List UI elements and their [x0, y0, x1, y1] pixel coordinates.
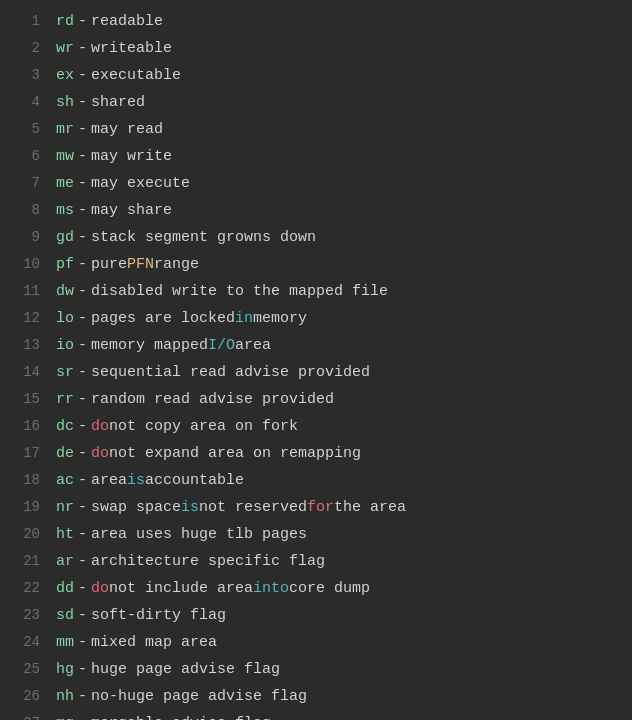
table-row: 2wr - writeable	[0, 35, 632, 62]
description-segment: executable	[91, 63, 181, 89]
description-segment: accountable	[145, 468, 244, 494]
table-row: 14sr - sequential read advise provided	[0, 359, 632, 386]
description-segment: not reserved	[199, 495, 307, 521]
description-segment: memory mapped	[91, 333, 208, 359]
line-content: mg - mergable advise flag	[56, 711, 271, 720]
line-number: 26	[12, 683, 40, 709]
dash-separator: -	[78, 495, 87, 521]
line-content: ms - may share	[56, 198, 172, 224]
line-number: 19	[12, 494, 40, 520]
table-row: 12lo - pages are locked in memory	[0, 305, 632, 332]
dash-separator: -	[78, 306, 87, 332]
description-segment: not expand area on remapping	[109, 441, 361, 467]
line-content: rr - random read advise provided	[56, 387, 334, 413]
table-row: 11dw - disabled write to the mapped file	[0, 278, 632, 305]
line-number: 2	[12, 35, 40, 61]
line-number: 20	[12, 521, 40, 547]
description-segment: for	[307, 495, 334, 521]
line-content: dw - disabled write to the mapped file	[56, 279, 388, 305]
flag-code: sr	[56, 360, 74, 386]
line-number: 27	[12, 710, 40, 720]
description-segment: do	[91, 441, 109, 467]
flag-code: hg	[56, 657, 74, 683]
line-number: 25	[12, 656, 40, 682]
table-row: 22dd - do not include area into core dum…	[0, 575, 632, 602]
description-segment: pages are locked	[91, 306, 235, 332]
description-segment: area	[235, 333, 271, 359]
description-segment: huge page advise flag	[91, 657, 280, 683]
dash-separator: -	[78, 603, 87, 629]
flag-code: dw	[56, 279, 74, 305]
line-content: mw - may write	[56, 144, 172, 170]
flag-code: rr	[56, 387, 74, 413]
table-row: 20ht - area uses huge tlb pages	[0, 521, 632, 548]
dash-separator: -	[78, 63, 87, 89]
dash-separator: -	[78, 549, 87, 575]
table-row: 8ms - may share	[0, 197, 632, 224]
table-row: 9gd - stack segment growns down	[0, 224, 632, 251]
description-segment: do	[91, 576, 109, 602]
dash-separator: -	[78, 576, 87, 602]
line-number: 4	[12, 89, 40, 115]
description-segment: core dump	[289, 576, 370, 602]
dash-separator: -	[78, 90, 87, 116]
table-row: 23sd - soft-dirty flag	[0, 602, 632, 629]
description-segment: soft-dirty flag	[91, 603, 226, 629]
description-segment: random read advise provided	[91, 387, 334, 413]
description-segment: architecture specific flag	[91, 549, 325, 575]
flag-code: dc	[56, 414, 74, 440]
line-content: nh - no-huge page advise flag	[56, 684, 307, 710]
line-number: 3	[12, 62, 40, 88]
description-segment: is	[127, 468, 145, 494]
line-content: sr - sequential read advise provided	[56, 360, 370, 386]
dash-separator: -	[78, 171, 87, 197]
table-row: 4sh - shared	[0, 89, 632, 116]
dash-separator: -	[78, 252, 87, 278]
description-segment: PFN	[127, 252, 154, 278]
line-content: wr - writeable	[56, 36, 172, 62]
line-content: sh - shared	[56, 90, 145, 116]
flag-code: mm	[56, 630, 74, 656]
line-number: 13	[12, 332, 40, 358]
description-segment: no-huge page advise flag	[91, 684, 307, 710]
line-number: 12	[12, 305, 40, 331]
line-number: 1	[12, 8, 40, 34]
description-segment: I/O	[208, 333, 235, 359]
description-segment: pure	[91, 252, 127, 278]
flag-code: mw	[56, 144, 74, 170]
dash-separator: -	[78, 522, 87, 548]
description-segment: in	[235, 306, 253, 332]
description-segment: stack segment growns down	[91, 225, 316, 251]
description-segment: may execute	[91, 171, 190, 197]
line-number: 8	[12, 197, 40, 223]
line-number: 21	[12, 548, 40, 574]
description-segment: is	[181, 495, 199, 521]
table-row: 27mg - mergable advise flag	[0, 710, 632, 720]
description-segment: mixed map area	[91, 630, 217, 656]
line-content: rd - readable	[56, 9, 163, 35]
line-content: gd - stack segment growns down	[56, 225, 316, 251]
line-content: io - memory mapped I/O area	[56, 333, 271, 359]
line-number: 10	[12, 251, 40, 277]
dash-separator: -	[78, 441, 87, 467]
table-row: 6mw - may write	[0, 143, 632, 170]
description-segment: shared	[91, 90, 145, 116]
description-segment: memory	[253, 306, 307, 332]
line-number: 7	[12, 170, 40, 196]
description-segment: mergable advise flag	[91, 711, 271, 720]
line-content: lo - pages are locked in memory	[56, 306, 307, 332]
line-content: ac - area is accountable	[56, 468, 244, 494]
description-segment: writeable	[91, 36, 172, 62]
table-row: 5mr - may read	[0, 116, 632, 143]
line-number: 11	[12, 278, 40, 304]
description-segment: may share	[91, 198, 172, 224]
dash-separator: -	[78, 387, 87, 413]
flag-code: mr	[56, 117, 74, 143]
flag-code: rd	[56, 9, 74, 35]
line-number: 9	[12, 224, 40, 250]
flag-code: nh	[56, 684, 74, 710]
line-content: ht - area uses huge tlb pages	[56, 522, 307, 548]
dash-separator: -	[78, 117, 87, 143]
description-segment: swap space	[91, 495, 181, 521]
dash-separator: -	[78, 684, 87, 710]
